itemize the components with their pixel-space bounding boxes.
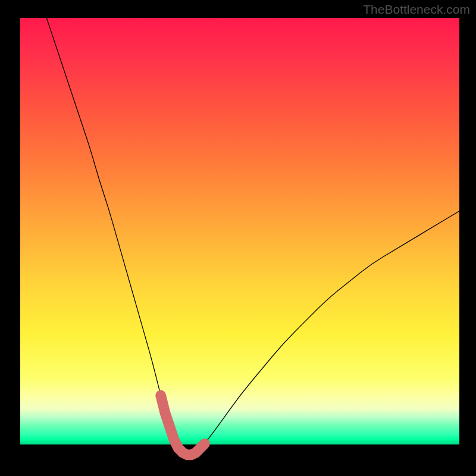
marker-group [156,391,209,460]
watermark-text: TheBottleneck.com [363,2,470,17]
chart-stage: TheBottleneck.com [0,0,476,476]
chart-svg [20,18,459,457]
plot-area [20,18,459,457]
bottleneck-curve [46,18,459,455]
curve-marker [169,434,178,444]
curve-marker [200,439,209,449]
curve-marker [165,421,174,431]
curve-marker [156,391,165,400]
curve-marker [160,408,170,418]
